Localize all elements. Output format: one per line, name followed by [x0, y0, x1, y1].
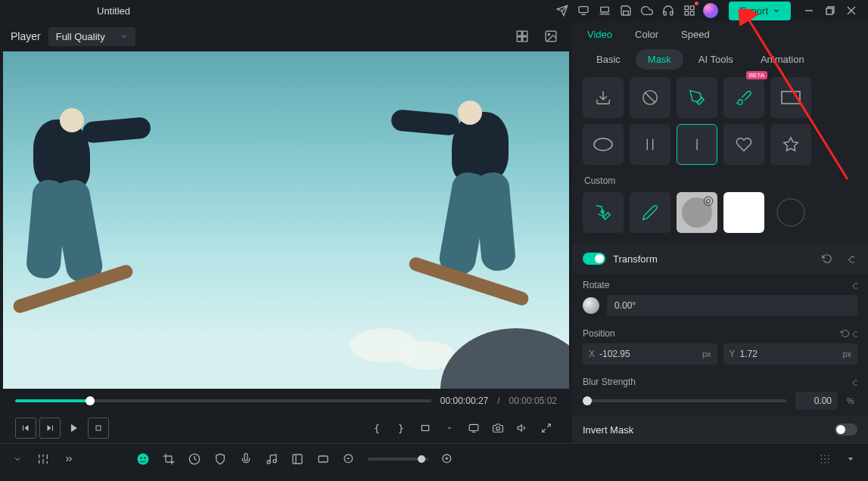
- invert-mask-toggle[interactable]: [835, 424, 857, 436]
- stop-button[interactable]: [88, 417, 109, 439]
- chevron-down-icon[interactable]: [839, 448, 862, 470]
- scrub-handle[interactable]: [86, 396, 95, 405]
- custom-circle-gray[interactable]: [677, 192, 717, 233]
- save-icon[interactable]: [615, 0, 636, 21]
- subtab-animation[interactable]: Animation: [748, 49, 817, 70]
- svg-rect-44: [853, 331, 857, 337]
- position-y-input[interactable]: [736, 343, 843, 365]
- keyframe-icon[interactable]: [850, 281, 857, 289]
- custom-draw-1[interactable]: [583, 192, 624, 233]
- rotate-input[interactable]: [607, 295, 857, 316]
- ai-assist-icon[interactable]: [132, 448, 154, 470]
- mask-double-line[interactable]: [630, 124, 670, 165]
- adjust-icon[interactable]: [32, 448, 54, 470]
- play-button[interactable]: [64, 417, 85, 439]
- mask-pen[interactable]: [677, 77, 717, 118]
- rotate-row: Rotate: [572, 274, 868, 322]
- avatar[interactable]: [700, 0, 721, 21]
- svg-point-57: [273, 459, 276, 462]
- custom-circle-white[interactable]: [723, 192, 764, 233]
- scrub-track[interactable]: [15, 399, 431, 402]
- mask-ellipse[interactable]: [583, 124, 624, 165]
- shield-icon[interactable]: [209, 448, 232, 470]
- cloud-icon[interactable]: [636, 0, 658, 21]
- grid-view-icon[interactable]: [512, 26, 533, 47]
- mask-star[interactable]: [770, 124, 811, 165]
- player-label: Player: [11, 30, 41, 42]
- time-current: 00:00:00:27: [440, 396, 488, 406]
- subtab-basic[interactable]: Basic: [584, 49, 633, 70]
- chevron-down-icon[interactable]: [439, 417, 460, 439]
- keyframe-icon[interactable]: [842, 251, 857, 266]
- reset-icon[interactable]: [820, 251, 835, 266]
- apps-icon[interactable]: [679, 0, 700, 21]
- mask-shapes-grid: BETA: [572, 71, 868, 171]
- svg-marker-18: [48, 425, 51, 431]
- snapshot-button[interactable]: [487, 417, 509, 439]
- project-title: Untitled: [97, 5, 130, 17]
- mark-out-button[interactable]: }: [390, 417, 412, 439]
- laptop-icon[interactable]: [594, 0, 615, 21]
- export-button[interactable]: Export: [729, 2, 791, 20]
- maximize-button[interactable]: [820, 0, 841, 21]
- next-frame-button[interactable]: [39, 417, 61, 439]
- svg-point-68: [828, 455, 829, 455]
- aspect-button[interactable]: [415, 417, 436, 439]
- position-row: Position X px Y px: [572, 322, 868, 371]
- svg-rect-13: [523, 37, 527, 42]
- mask-single-line[interactable]: [677, 124, 717, 165]
- video-preview[interactable]: [3, 51, 569, 389]
- reset-icon[interactable]: [841, 329, 850, 338]
- keyframe-icon[interactable]: [850, 330, 857, 337]
- volume-button[interactable]: [512, 417, 533, 439]
- display-button[interactable]: [463, 417, 484, 439]
- prev-frame-button[interactable]: [15, 417, 36, 439]
- image-view-icon[interactable]: [540, 26, 562, 47]
- more-icon[interactable]: [58, 448, 80, 470]
- minimize-button[interactable]: [798, 0, 820, 21]
- blur-slider[interactable]: [583, 399, 786, 402]
- tab-video[interactable]: Video: [587, 21, 612, 48]
- mask-brush[interactable]: BETA: [723, 77, 764, 118]
- tab-speed[interactable]: Speed: [681, 21, 710, 48]
- svg-marker-37: [784, 138, 798, 151]
- blur-value[interactable]: 0.00: [795, 392, 838, 410]
- crop-icon[interactable]: [157, 448, 180, 470]
- music-icon[interactable]: [260, 448, 283, 470]
- mark-in-button[interactable]: {: [366, 417, 387, 439]
- mask-rectangle[interactable]: [770, 77, 811, 118]
- quality-dropdown[interactable]: Full Quality: [48, 27, 135, 46]
- transform-toggle[interactable]: [583, 253, 605, 265]
- svg-point-39: [704, 197, 713, 206]
- speed-icon[interactable]: [183, 448, 206, 470]
- subtab-aitools[interactable]: AI Tools: [686, 49, 745, 70]
- svg-rect-11: [523, 31, 527, 36]
- chevron-down-icon[interactable]: [6, 448, 29, 470]
- send-icon[interactable]: [552, 0, 573, 21]
- rotate-knob[interactable]: [583, 297, 599, 314]
- zoom-in-button[interactable]: [436, 448, 459, 470]
- zoom-slider[interactable]: [368, 458, 428, 461]
- svg-rect-2: [685, 6, 689, 10]
- position-x-input[interactable]: [595, 343, 702, 365]
- grid-icon[interactable]: [814, 448, 836, 470]
- custom-draw-2[interactable]: [630, 192, 670, 233]
- svg-point-40: [707, 200, 711, 203]
- svg-rect-10: [517, 31, 521, 36]
- headphones-icon[interactable]: [658, 0, 679, 21]
- mic-icon[interactable]: [235, 448, 257, 470]
- frame-icon[interactable]: [312, 448, 334, 470]
- zoom-out-button[interactable]: [338, 448, 360, 470]
- subtab-mask[interactable]: Mask: [636, 49, 683, 70]
- custom-circle-outline[interactable]: [770, 192, 811, 233]
- close-button[interactable]: [841, 0, 862, 21]
- keyframe-icon[interactable]: [850, 378, 857, 386]
- fullscreen-button[interactable]: [536, 417, 557, 439]
- chevron-down-icon: [120, 33, 128, 40]
- screen-icon[interactable]: [573, 0, 594, 21]
- layers-icon[interactable]: [286, 448, 309, 470]
- mask-import[interactable]: [583, 77, 624, 118]
- mask-heart[interactable]: [723, 124, 764, 165]
- mask-none[interactable]: [630, 77, 670, 118]
- tab-color[interactable]: Color: [635, 21, 658, 48]
